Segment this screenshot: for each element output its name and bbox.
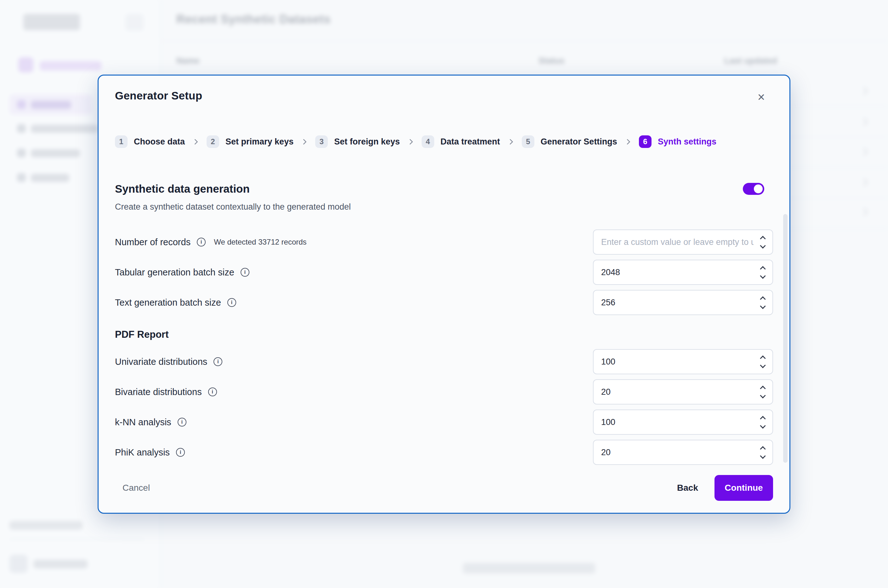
user-name xyxy=(33,560,87,568)
home-icon xyxy=(17,100,26,109)
step-badge: 2 xyxy=(207,135,219,148)
stepper-up-icon[interactable] xyxy=(760,355,767,360)
toggle-knob xyxy=(754,184,763,193)
column-header-status: Status xyxy=(538,56,565,66)
column-header-name: Name xyxy=(176,56,200,66)
row-chevron-icon xyxy=(860,87,868,95)
tabular-batch-size-input[interactable] xyxy=(594,260,772,284)
user-avatar xyxy=(9,555,28,573)
field-row-univariate-distributions: Univariate distributions i xyxy=(115,349,773,374)
stepper-up-icon[interactable] xyxy=(760,296,767,300)
stepper-down-icon[interactable] xyxy=(760,394,767,399)
stepper-up-icon[interactable] xyxy=(760,266,767,270)
row-chevron-icon xyxy=(860,208,868,216)
field-row-number-of-records: Number of records i We detected 33712 re… xyxy=(115,230,773,255)
step-badge: 5 xyxy=(522,135,534,148)
info-icon[interactable]: i xyxy=(176,448,185,457)
info-icon[interactable]: i xyxy=(240,268,249,277)
bivariate-distributions-field xyxy=(593,379,773,405)
phik-analysis-field xyxy=(593,440,773,465)
cancel-button[interactable]: Cancel xyxy=(123,483,150,493)
generator-setup-modal: Generator Setup × 1 Choose data 2 Set pr… xyxy=(98,75,790,514)
field-label: k-NN analysis xyxy=(115,417,171,428)
column-header-last-updated: Last updated xyxy=(724,56,777,66)
field-row-knn-analysis: k-NN analysis i xyxy=(115,410,773,435)
field-label: Text generation batch size xyxy=(115,297,221,308)
quota-progress-bar xyxy=(9,539,145,540)
stepper-up-icon[interactable] xyxy=(760,446,767,450)
synthetic-generation-toggle[interactable] xyxy=(743,183,764,195)
stepper-down-icon[interactable] xyxy=(760,244,767,249)
info-icon[interactable]: i xyxy=(227,298,236,307)
chevron-right-icon xyxy=(624,139,630,144)
pdf-report-heading: PDF Report xyxy=(115,329,773,340)
sidebar-item-create xyxy=(40,61,101,70)
pagination-text xyxy=(463,563,595,573)
field-row-bivariate-distributions: Bivariate distributions i xyxy=(115,379,773,405)
step-label: Data treatment xyxy=(440,137,500,147)
detected-records-helper: We detected 33712 records xyxy=(214,238,307,246)
chevron-right-icon xyxy=(407,139,413,144)
info-icon[interactable]: i xyxy=(197,238,206,246)
chevron-right-icon xyxy=(301,139,307,144)
step-badge: 1 xyxy=(115,135,128,148)
step-data-treatment[interactable]: 4 Data treatment xyxy=(422,135,500,148)
stepper-down-icon[interactable] xyxy=(760,454,767,459)
info-icon[interactable]: i xyxy=(177,418,186,426)
univariate-distributions-input[interactable] xyxy=(594,350,772,374)
field-label: Bivariate distributions xyxy=(115,387,202,397)
field-label: PhiK analysis xyxy=(115,447,170,458)
stepper-up-icon[interactable] xyxy=(760,236,767,240)
field-row-text-batch-size: Text generation batch size i xyxy=(115,290,773,315)
step-choose-data[interactable]: 1 Choose data xyxy=(115,135,185,148)
phik-analysis-input[interactable] xyxy=(594,440,772,464)
bivariate-distributions-input[interactable] xyxy=(594,380,772,404)
knn-analysis-field xyxy=(593,410,773,435)
sidebar-item-generators xyxy=(31,149,80,158)
stepper-down-icon[interactable] xyxy=(760,364,767,368)
step-label: Generator Settings xyxy=(541,137,617,147)
stepper-up-icon[interactable] xyxy=(760,385,767,390)
row-chevron-icon xyxy=(860,178,868,186)
generators-icon xyxy=(17,148,26,158)
sources-icon xyxy=(17,173,26,182)
back-button[interactable]: Back xyxy=(677,483,698,493)
info-icon[interactable]: i xyxy=(213,357,222,366)
modal-scrollbar[interactable] xyxy=(783,214,787,463)
stepper-down-icon[interactable] xyxy=(760,305,767,309)
page-title: Recent Synthetic Datasets xyxy=(176,13,331,26)
knn-analysis-input[interactable] xyxy=(594,410,772,434)
number-of-records-input[interactable] xyxy=(594,230,772,254)
sidebar-item-sources xyxy=(31,174,69,182)
step-label: Set primary keys xyxy=(225,137,293,147)
section-description: Create a synthetic dataset contextually … xyxy=(115,202,773,212)
step-generator-settings[interactable]: 5 Generator Settings xyxy=(522,135,617,148)
app-logo xyxy=(23,14,80,30)
row-chevron-icon xyxy=(860,148,868,156)
field-row-tabular-batch-size: Tabular generation batch size i xyxy=(115,260,773,285)
field-label: Univariate distributions xyxy=(115,357,207,367)
step-set-foreign-keys[interactable]: 3 Set foreign keys xyxy=(315,135,400,148)
step-label-active: Synth settings xyxy=(658,137,717,147)
step-badge-active: 6 xyxy=(639,135,652,148)
stepper-down-icon[interactable] xyxy=(760,274,767,279)
tabular-batch-size-field xyxy=(593,260,773,285)
stepper-down-icon[interactable] xyxy=(760,424,767,429)
section-heading: Synthetic data generation xyxy=(115,183,250,195)
close-icon[interactable]: × xyxy=(758,91,765,103)
field-row-phik-analysis: PhiK analysis i xyxy=(115,440,773,465)
row-chevron-icon xyxy=(860,118,868,126)
step-set-primary-keys[interactable]: 2 Set primary keys xyxy=(207,135,293,148)
text-batch-size-input[interactable] xyxy=(594,291,772,315)
info-icon[interactable]: i xyxy=(208,387,217,396)
create-icon xyxy=(18,57,33,72)
chevron-right-icon xyxy=(192,139,198,144)
continue-button[interactable]: Continue xyxy=(715,475,773,501)
step-synth-settings[interactable]: 6 Synth settings xyxy=(639,135,717,148)
step-label: Choose data xyxy=(134,137,185,147)
chevron-right-icon xyxy=(507,139,513,144)
univariate-distributions-field xyxy=(593,349,773,374)
number-of-records-field xyxy=(593,230,773,255)
step-label: Set foreign keys xyxy=(334,137,400,147)
stepper-up-icon[interactable] xyxy=(760,416,767,420)
